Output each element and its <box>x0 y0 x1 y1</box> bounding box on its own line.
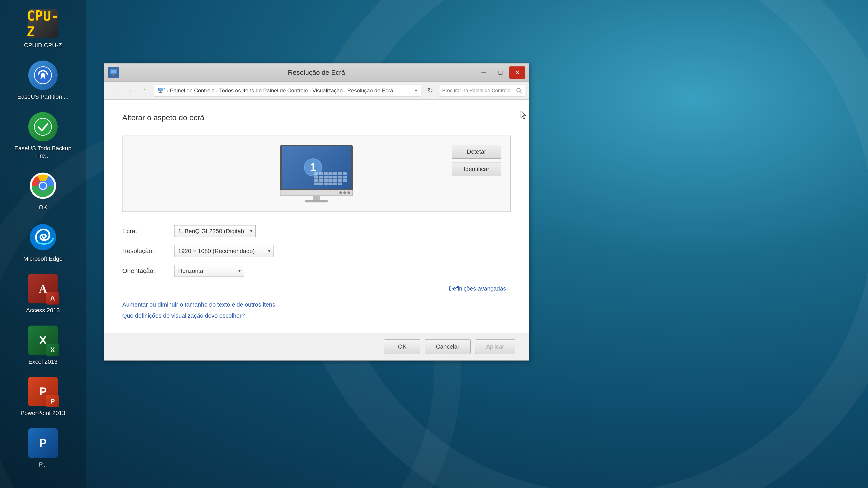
desktop-icon-access[interactable]: A A Access 2013 <box>7 269 79 319</box>
window-title: Resolução de Ecrã <box>288 69 345 76</box>
svg-rect-15 <box>159 92 162 93</box>
search-bar <box>439 85 525 96</box>
close-button[interactable]: ✕ <box>509 66 525 78</box>
refresh-button[interactable]: ↻ <box>424 84 436 97</box>
text-size-link[interactable]: Aumentar ou diminuir o tamanho do texto … <box>122 301 510 308</box>
orientation-select[interactable]: Horizontal Vertical Horizontal (invertid… <box>174 265 244 277</box>
advanced-link[interactable]: Definições avançadas <box>449 285 506 292</box>
desktop-icon-easeus-todo[interactable]: EaseUS Todo Backup Fre... <box>7 107 79 164</box>
preview-actions: Detetar Identificar <box>452 145 501 176</box>
cancel-button[interactable]: Cancelar <box>425 339 470 354</box>
monitor-container: 1 <box>280 145 352 202</box>
up-button[interactable]: ↑ <box>138 84 151 97</box>
svg-line-19 <box>520 92 522 93</box>
breadcrumb: › Painel de Controlo › Todos os Itens do… <box>154 85 421 96</box>
ecra-label: Ecrã: <box>122 228 167 235</box>
svg-point-2 <box>34 118 52 135</box>
orientation-row: Orientação: Horizontal Vertical Horizont… <box>122 265 510 277</box>
search-input[interactable] <box>442 88 514 94</box>
resolution-label: Resolução: <box>122 248 167 255</box>
svg-point-18 <box>517 88 520 92</box>
dialog-footer: OK Cancelar Aplicar <box>104 333 529 360</box>
breadcrumb-todos: Todos os Itens do Painel de Controlo <box>219 88 308 94</box>
desktop-icon-chrome[interactable]: OK <box>7 166 79 216</box>
section-title: Alterar o aspeto do ecrã <box>122 113 510 122</box>
monitor-graphic: 1 <box>280 145 352 202</box>
svg-rect-13 <box>159 88 163 91</box>
orientation-label: Orientação: <box>122 267 167 274</box>
icon-label-easeus-partition: EaseUS Partition ... <box>18 93 69 101</box>
identify-button[interactable]: Identificar <box>452 162 501 176</box>
resolution-row: Resolução: 1920 × 1080 (Recomendado) 168… <box>122 245 510 257</box>
svg-point-6 <box>40 183 46 189</box>
icon-label-publisher: P... <box>39 461 47 468</box>
form-section: Ecrã: 1. BenQ GL2250 (Digital) Resolução… <box>122 225 510 292</box>
desktop-icon-publisher[interactable]: P P... <box>7 424 79 473</box>
search-icon <box>516 88 522 94</box>
icon-label-easeus-todo: EaseUS Todo Backup Fre... <box>11 144 74 160</box>
monitor-preview-area: 1 <box>122 135 510 212</box>
content-area: Alterar o aspeto do ecrã 1 <box>104 100 529 333</box>
computer-icon <box>158 87 165 94</box>
monitor-stand <box>313 196 320 200</box>
maximize-button[interactable]: □ <box>493 66 508 78</box>
svg-rect-10 <box>113 74 114 75</box>
back-button[interactable]: ← <box>108 84 121 97</box>
resolution-select[interactable]: 1920 × 1080 (Recomendado) 1680 × 1050 14… <box>174 245 274 257</box>
icon-label-access: Access 2013 <box>26 306 60 314</box>
visual-settings-link[interactable]: Que definições de visualização devo esco… <box>122 312 510 319</box>
address-bar: ← → ↑ › Painel de Controlo › Todos os It… <box>104 82 529 100</box>
svg-rect-17 <box>164 88 165 89</box>
desktop-icon-edge[interactable]: Microsoft Edge <box>7 218 79 267</box>
icon-label-cpuz: CPUID CPU-Z <box>24 41 62 49</box>
forward-button[interactable]: → <box>123 84 136 97</box>
icon-label-chrome: OK <box>39 203 47 211</box>
breadcrumb-visualizacao: Visualização <box>312 88 343 94</box>
desktop-icon-easeus-partition[interactable]: EaseUS Partition ... <box>7 56 79 105</box>
svg-rect-14 <box>160 91 161 92</box>
desktop: CPU-Z CPUID CPU-Z EaseUS Partition ... E… <box>0 0 868 488</box>
ecra-select[interactable]: 1. BenQ GL2250 (Digital) <box>174 225 256 237</box>
desktop-icon-powerpoint[interactable]: P P PowerPoint 2013 <box>7 372 79 422</box>
svg-rect-11 <box>112 75 115 76</box>
ok-button[interactable]: OK <box>384 339 420 354</box>
monitor-dots <box>280 190 352 196</box>
title-bar: Resolução de Ecrã ─ □ ✕ <box>104 64 529 82</box>
desktop-icon-excel[interactable]: X X Excel 2013 <box>7 321 79 370</box>
sidebar: CPU-Z CPUID CPU-Z EaseUS Partition ... E… <box>0 0 86 488</box>
breadcrumb-painel: Painel de Controlo <box>170 88 215 94</box>
monitor-base <box>305 200 328 202</box>
resolution-window: Resolução de Ecrã ─ □ ✕ ← → ↑ <box>104 63 529 361</box>
icon-label-powerpoint: PowerPoint 2013 <box>21 410 65 417</box>
breadcrumb-resolucao: Resolução de Ecrã <box>347 88 393 94</box>
svg-rect-9 <box>111 70 116 73</box>
minimize-button[interactable]: ─ <box>476 66 492 78</box>
window-icon <box>108 67 119 78</box>
desktop-icon-cpuz[interactable]: CPU-Z CPUID CPU-Z <box>7 4 79 54</box>
icon-label-edge: Microsoft Edge <box>23 255 62 263</box>
breadcrumb-dropdown[interactable]: ▾ <box>415 88 417 94</box>
links-section: Aumentar ou diminuir o tamanho do texto … <box>122 301 510 319</box>
monitor-screen: 1 <box>280 145 352 190</box>
icon-label-excel: Excel 2013 <box>29 358 58 366</box>
apply-button[interactable]: Aplicar <box>475 339 515 354</box>
ecra-row: Ecrã: 1. BenQ GL2250 (Digital) <box>122 225 510 237</box>
detect-button[interactable]: Detetar <box>452 145 501 159</box>
